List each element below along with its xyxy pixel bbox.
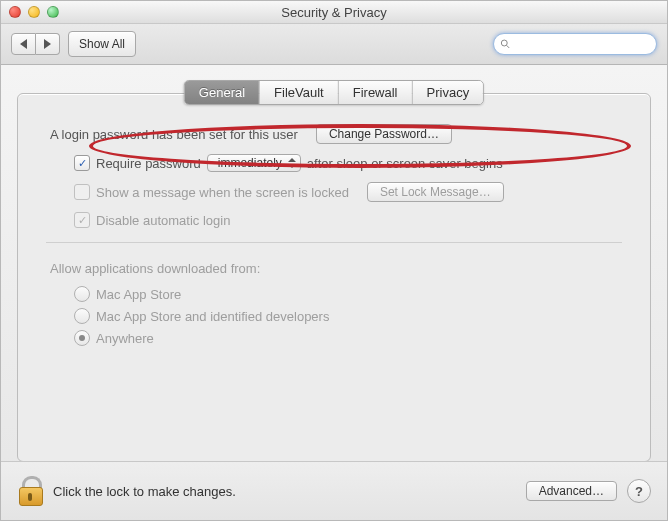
stepper-icon	[288, 158, 296, 168]
allow-apps-radio-group: Mac App Store Mac App Store and identifi…	[46, 286, 622, 346]
chevron-right-icon	[44, 39, 51, 49]
allow-apps-heading: Allow applications downloaded from:	[50, 261, 260, 276]
svg-line-1	[507, 45, 510, 48]
radio-identified-developers	[74, 308, 90, 324]
forward-button[interactable]	[36, 33, 60, 55]
chevron-left-icon	[20, 39, 27, 49]
back-button[interactable]	[11, 33, 36, 55]
minimize-window-button[interactable]	[28, 6, 40, 18]
require-password-delay-value: immediately	[218, 156, 282, 170]
tab-pane: General FileVault Firewall Privacy A log…	[17, 93, 651, 462]
radio-anywhere	[74, 330, 90, 346]
search-field[interactable]	[493, 33, 657, 55]
help-button[interactable]: ?	[627, 479, 651, 503]
zoom-window-button[interactable]	[47, 6, 59, 18]
set-lock-message-button: Set Lock Message…	[367, 182, 504, 202]
show-lock-message-label: Show a message when the screen is locked	[96, 185, 349, 200]
show-all-button[interactable]: Show All	[68, 31, 136, 57]
lock-hint-text: Click the lock to make changes.	[53, 484, 236, 499]
tab-firewall[interactable]: Firewall	[339, 81, 413, 104]
change-password-button[interactable]: Change Password…	[316, 124, 452, 144]
lock-icon[interactable]	[17, 476, 43, 506]
search-icon	[500, 38, 511, 50]
svg-point-0	[501, 40, 507, 46]
tab-filevault[interactable]: FileVault	[260, 81, 339, 104]
close-window-button[interactable]	[9, 6, 21, 18]
require-password-label-before: Require password	[96, 156, 201, 171]
radio-mac-app-store	[74, 286, 90, 302]
login-password-set-label: A login password has been set for this u…	[50, 127, 298, 142]
radio-mac-app-store-label: Mac App Store	[96, 287, 181, 302]
require-password-label-after: after sleep or screen saver begins	[307, 156, 503, 171]
window-title: Security & Privacy	[1, 5, 667, 20]
require-password-checkbox[interactable]: ✓	[74, 155, 90, 171]
show-lock-message-checkbox	[74, 184, 90, 200]
tab-bar: General FileVault Firewall Privacy	[184, 80, 484, 105]
security-privacy-window: Security & Privacy Show All General File…	[0, 0, 668, 521]
tab-privacy[interactable]: Privacy	[413, 81, 484, 104]
disable-automatic-login-checkbox: ✓	[74, 212, 90, 228]
tab-general[interactable]: General	[185, 81, 260, 104]
footer: Click the lock to make changes. Advanced…	[1, 461, 667, 520]
require-password-delay-dropdown[interactable]: immediately	[207, 154, 301, 172]
divider	[46, 242, 622, 243]
radio-identified-developers-label: Mac App Store and identified developers	[96, 309, 329, 324]
advanced-button[interactable]: Advanced…	[526, 481, 617, 501]
radio-anywhere-label: Anywhere	[96, 331, 154, 346]
titlebar: Security & Privacy	[1, 1, 667, 24]
search-input[interactable]	[515, 36, 650, 52]
toolbar: Show All	[1, 24, 667, 65]
disable-automatic-login-label: Disable automatic login	[96, 213, 230, 228]
